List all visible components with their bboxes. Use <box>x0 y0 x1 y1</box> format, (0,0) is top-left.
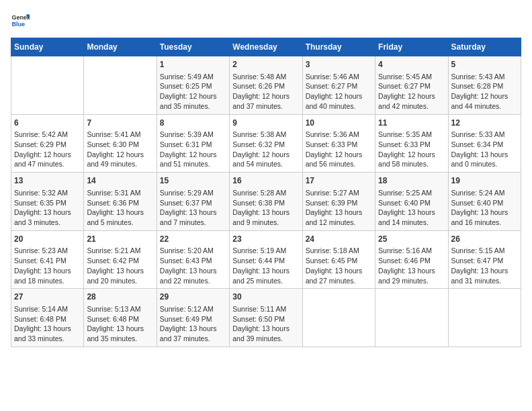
day-info: and 42 minutes. <box>378 101 445 111</box>
day-number: 3 <box>306 59 372 71</box>
day-info: Sunrise: 5:39 AM <box>160 130 226 140</box>
day-info: and 25 minutes. <box>232 276 299 286</box>
header-thursday: Thursday <box>302 38 375 56</box>
day-number: 6 <box>14 118 81 129</box>
calendar-cell: 30Sunrise: 5:11 AMSunset: 6:50 PMDayligh… <box>230 289 302 347</box>
day-number: 2 <box>232 59 299 71</box>
day-info: Sunrise: 5:13 AM <box>87 304 153 314</box>
calendar-cell: 1Sunrise: 5:49 AMSunset: 6:25 PMDaylight… <box>157 56 229 115</box>
day-number: 17 <box>306 175 372 187</box>
day-number: 13 <box>14 175 81 187</box>
calendar-cell: 12Sunrise: 5:33 AMSunset: 6:34 PMDayligh… <box>448 114 521 173</box>
day-info: Sunrise: 5:49 AM <box>160 72 226 82</box>
day-info: Daylight: 13 hours <box>87 324 153 334</box>
day-info: and 14 minutes. <box>378 218 445 228</box>
day-info: Sunset: 6:35 PM <box>14 198 81 208</box>
day-info: Sunrise: 5:28 AM <box>232 188 299 198</box>
day-info: Sunset: 6:38 PM <box>232 198 299 208</box>
day-info: Sunset: 6:43 PM <box>160 256 226 266</box>
day-info: and 44 minutes. <box>451 101 518 111</box>
day-info: Sunrise: 5:42 AM <box>14 130 81 140</box>
day-info: Daylight: 13 hours <box>451 150 518 160</box>
day-info: Sunset: 6:41 PM <box>14 256 81 266</box>
day-info: and 56 minutes. <box>306 159 372 169</box>
calendar-cell: 2Sunrise: 5:48 AMSunset: 6:26 PMDaylight… <box>230 56 302 115</box>
day-info: Sunrise: 5:16 AM <box>378 246 445 256</box>
day-info: Sunset: 6:34 PM <box>451 140 518 150</box>
day-info: and 20 minutes. <box>87 276 153 286</box>
calendar-cell: 19Sunrise: 5:24 AMSunset: 6:40 PMDayligh… <box>448 173 521 231</box>
day-info: and 27 minutes. <box>306 276 372 286</box>
calendar-cell <box>375 289 448 347</box>
day-info: Sunset: 6:40 PM <box>451 198 518 208</box>
calendar-cell: 27Sunrise: 5:14 AMSunset: 6:48 PMDayligh… <box>11 289 84 347</box>
day-number: 8 <box>160 118 226 129</box>
day-info: Daylight: 13 hours <box>378 266 445 276</box>
day-number: 9 <box>232 118 299 129</box>
day-info: Sunset: 6:32 PM <box>232 140 299 150</box>
calendar-cell: 5Sunrise: 5:43 AMSunset: 6:28 PMDaylight… <box>448 56 521 115</box>
day-info: Sunrise: 5:36 AM <box>306 130 372 140</box>
calendar-cell: 10Sunrise: 5:36 AMSunset: 6:33 PMDayligh… <box>302 114 375 173</box>
calendar-cell: 25Sunrise: 5:16 AMSunset: 6:46 PMDayligh… <box>375 230 448 289</box>
day-info: Daylight: 13 hours <box>87 208 153 218</box>
day-info: Daylight: 12 hours <box>306 91 372 101</box>
day-info: Sunrise: 5:19 AM <box>232 246 299 256</box>
day-info: Sunset: 6:33 PM <box>306 140 372 150</box>
day-info: Daylight: 13 hours <box>14 208 81 218</box>
day-info: Daylight: 12 hours <box>14 150 81 160</box>
day-number: 25 <box>378 234 445 245</box>
day-info: Sunset: 6:27 PM <box>378 81 445 91</box>
day-info: Sunrise: 5:38 AM <box>232 130 299 140</box>
calendar-cell: 28Sunrise: 5:13 AMSunset: 6:48 PMDayligh… <box>84 289 157 347</box>
day-info: Daylight: 13 hours <box>306 208 372 218</box>
header-monday: Monday <box>84 38 157 56</box>
day-info: Sunset: 6:46 PM <box>378 256 445 266</box>
day-number: 1 <box>160 59 226 71</box>
day-info: Sunset: 6:47 PM <box>451 256 518 266</box>
header-saturday: Saturday <box>448 38 521 56</box>
day-info: Sunset: 6:28 PM <box>451 81 518 91</box>
day-info: Sunrise: 5:45 AM <box>378 72 445 82</box>
day-info: Sunset: 6:39 PM <box>306 198 372 208</box>
calendar-week-1: 1Sunrise: 5:49 AMSunset: 6:25 PMDaylight… <box>11 56 521 115</box>
day-info: Sunrise: 5:15 AM <box>451 246 518 256</box>
calendar-cell <box>302 289 375 347</box>
calendar-cell: 16Sunrise: 5:28 AMSunset: 6:38 PMDayligh… <box>230 173 302 231</box>
day-info: and 7 minutes. <box>160 218 226 228</box>
day-info: Daylight: 13 hours <box>306 266 372 276</box>
day-info: Sunset: 6:26 PM <box>232 81 299 91</box>
day-info: and 39 minutes. <box>232 334 299 344</box>
calendar-cell: 6Sunrise: 5:42 AMSunset: 6:29 PMDaylight… <box>11 114 84 173</box>
day-info: Sunrise: 5:33 AM <box>451 130 518 140</box>
day-info: Sunset: 6:42 PM <box>87 256 153 266</box>
day-info: Daylight: 13 hours <box>451 266 518 276</box>
day-info: and 35 minutes. <box>160 101 226 111</box>
day-info: Daylight: 12 hours <box>87 150 153 160</box>
day-info: Sunrise: 5:35 AM <box>378 130 445 140</box>
day-info: Sunrise: 5:27 AM <box>306 188 372 198</box>
calendar-cell: 26Sunrise: 5:15 AMSunset: 6:47 PMDayligh… <box>448 230 521 289</box>
day-info: Sunset: 6:25 PM <box>160 81 226 91</box>
calendar-cell: 22Sunrise: 5:20 AMSunset: 6:43 PMDayligh… <box>157 230 229 289</box>
day-info: Sunset: 6:27 PM <box>306 81 372 91</box>
day-info: and 18 minutes. <box>14 276 81 286</box>
day-info: Daylight: 12 hours <box>378 150 445 160</box>
day-info: Sunset: 6:31 PM <box>160 140 226 150</box>
day-number: 20 <box>14 234 81 245</box>
day-number: 30 <box>232 291 299 303</box>
day-info: Sunrise: 5:25 AM <box>378 188 445 198</box>
day-number: 12 <box>451 118 518 129</box>
day-number: 19 <box>451 175 518 187</box>
calendar-cell <box>448 289 521 347</box>
calendar-week-2: 6Sunrise: 5:42 AMSunset: 6:29 PMDaylight… <box>11 114 521 173</box>
day-number: 18 <box>378 175 445 187</box>
day-info: Daylight: 13 hours <box>87 266 153 276</box>
day-info: Daylight: 13 hours <box>160 208 226 218</box>
day-info: Daylight: 13 hours <box>160 324 226 334</box>
day-info: Sunset: 6:33 PM <box>378 140 445 150</box>
header-wednesday: Wednesday <box>230 38 302 56</box>
day-number: 4 <box>378 59 445 71</box>
day-info: Daylight: 13 hours <box>232 324 299 334</box>
day-info: Sunrise: 5:14 AM <box>14 304 81 314</box>
